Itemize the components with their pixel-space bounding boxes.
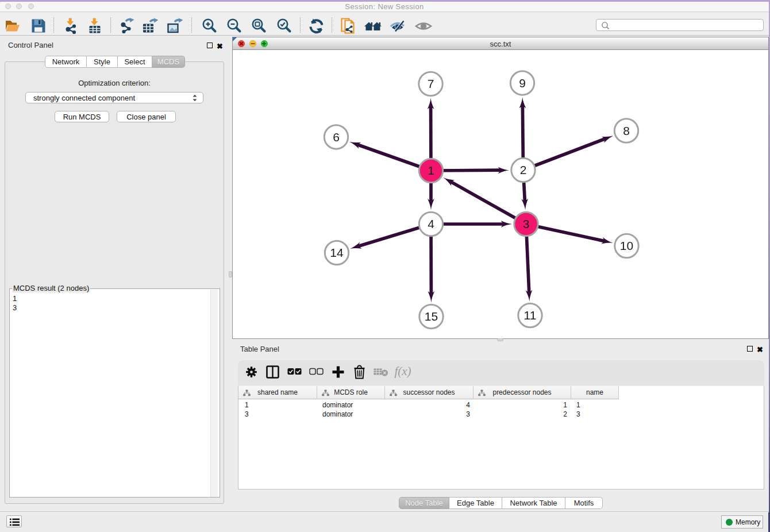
- svg-text:10: 10: [620, 239, 633, 252]
- svg-text:6: 6: [333, 130, 340, 144]
- svg-text:8: 8: [623, 124, 630, 137]
- svg-text:2: 2: [520, 163, 527, 176]
- svg-text:15: 15: [425, 310, 438, 323]
- svg-text:3: 3: [523, 217, 530, 230]
- svg-text:1: 1: [428, 164, 434, 177]
- svg-text:7: 7: [428, 77, 434, 90]
- svg-text:4: 4: [428, 217, 434, 230]
- svg-text:11: 11: [524, 309, 537, 322]
- svg-text:14: 14: [330, 246, 344, 259]
- svg-text:9: 9: [519, 76, 526, 90]
